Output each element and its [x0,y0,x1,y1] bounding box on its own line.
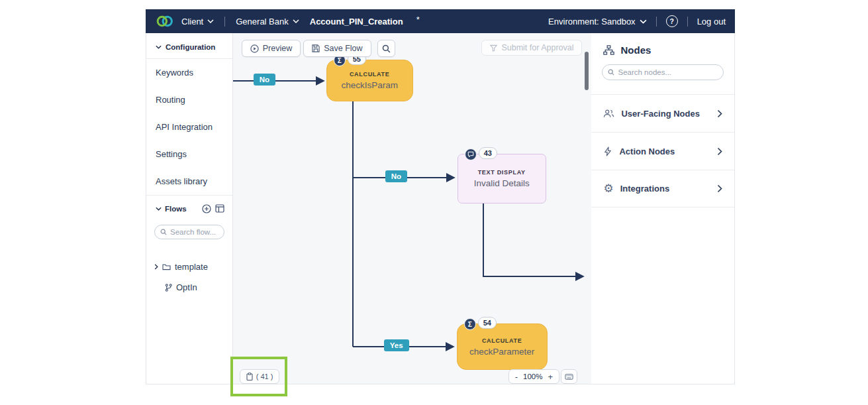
node-type-label: TEXT DISPLAY [478,169,526,176]
sigma-icon: Σ [464,318,476,330]
flows-section-header[interactable]: Flows [146,196,232,219]
environment-label: Environment: Sandbox [548,17,636,27]
divider [687,17,688,27]
left-sidebar: Configuration Keywords Routing API Integ… [146,33,233,384]
configuration-section-header[interactable]: Configuration [146,33,232,58]
node-name-label: checkIsParam [341,80,398,90]
nodes-panel-title: Nodes [620,44,651,56]
edge-label-no[interactable]: No [385,170,407,182]
edge-label-yes[interactable]: Yes [384,339,409,351]
chevron-down-icon [156,207,162,211]
node-name-label: Invalid Details [474,178,530,188]
workspace-label: General Bank [236,17,289,27]
zoom-in-button[interactable]: + [548,372,553,382]
chat-bubble-icon [465,148,477,160]
nodes-panel: Nodes User-Facing Nodes [591,33,734,384]
sitemap-icon [603,45,614,55]
chevron-right-icon [154,264,158,270]
keyboard-icon [565,374,573,380]
flow-item-optin[interactable]: OptIn [146,277,232,298]
question-mark-icon: ? [669,17,673,25]
section-integrations[interactable]: ⚙ Integrations [591,170,734,207]
chevron-down-icon [640,19,647,24]
sidebar-item-keywords[interactable]: Keywords [146,59,232,86]
edge-label-no[interactable]: No [254,74,275,86]
chevron-right-icon [717,109,722,118]
flow-node-checkisparam[interactable]: Σ 55 CALCULATE checkIsParam [326,60,413,101]
help-button[interactable]: ? [666,15,678,27]
chevron-right-icon [717,184,722,193]
canvas-toolbar: Preview Save Flow [242,40,395,57]
node-name-label: checkParameter [469,347,534,357]
nodes-search-box [602,64,724,80]
clipboard-icon [246,373,253,380]
save-icon [312,44,320,52]
flow-branch-icon [165,284,172,292]
logout-button[interactable]: Log out [697,17,726,27]
folder-item-template[interactable]: template [146,257,232,277]
canvas-search-button[interactable] [377,40,395,57]
divider [656,17,657,27]
zoom-out-button[interactable]: - [515,372,518,382]
search-icon [160,229,167,235]
chevron-right-icon [717,147,722,156]
play-circle-icon [250,44,259,53]
workspace-dropdown[interactable]: General Bank [236,17,299,27]
users-icon [603,109,614,118]
client-dropdown[interactable]: Client [181,17,214,27]
environment-dropdown[interactable]: Environment: Sandbox [548,17,647,27]
add-flow-button[interactable] [202,204,211,213]
save-flow-button[interactable]: Save Flow [303,40,371,57]
navbar-right: Environment: Sandbox ? Log out [548,15,726,27]
flow-node-invalid-details[interactable]: 43 TEXT DISPLAY Invalid Details [458,154,546,203]
keyboard-shortcuts-button[interactable] [561,369,577,384]
flow-canvas[interactable]: Preview Save Flow [233,33,592,384]
search-icon [608,69,614,76]
flow-node-checkparameter[interactable]: Σ 54 CALCULATE checkParameter [457,323,548,370]
section-user-facing-nodes[interactable]: User-Facing Nodes [591,94,734,132]
clipboard-counter-button[interactable]: ( 41 ) [240,369,280,384]
search-icon [382,44,391,53]
unsaved-indicator: * [416,15,420,25]
sidebar-item-settings[interactable]: Settings [146,141,232,168]
submit-for-approval-button[interactable]: Submit for Approval [481,40,582,56]
sidebar-item-routing[interactable]: Routing [146,86,232,113]
flow-search-box [154,225,224,239]
chevron-down-icon [207,19,214,23]
flow-title: Account_PIN_Creation [310,17,403,27]
zoom-level: 100% [523,373,542,380]
client-label: Client [181,17,203,27]
divider [224,17,225,27]
chevron-down-icon [156,45,162,49]
flows-board-icon[interactable] [215,204,224,213]
flow-search-input[interactable] [170,228,218,236]
app-window: Client General Bank Account_PIN_Creation… [146,9,735,384]
gear-icon: ⚙ [603,183,613,194]
nodes-panel-header: Nodes [591,33,734,56]
node-count-badge: 43 [479,147,497,159]
navbar-left: Client General Bank Account_PIN_Creation… [155,15,420,28]
zoom-controls: - 100% + [508,369,559,384]
node-type-label: CALCULATE [350,71,390,78]
sidebar-item-assets-library[interactable]: Assets library [146,168,232,195]
funnel-icon [490,44,497,52]
preview-button[interactable]: Preview [242,40,301,57]
node-type-label: CALCULATE [482,337,522,344]
folder-icon [162,263,171,270]
canvas-scrollbar-thumb[interactable] [585,52,589,90]
chevron-down-icon [293,19,299,23]
section-action-nodes[interactable]: Action Nodes [591,132,734,170]
nodes-search-input[interactable] [618,68,718,76]
lightning-icon [603,146,612,156]
node-count-badge: 54 [478,317,497,329]
sidebar-item-api-integration[interactable]: API Integration [146,113,232,141]
brand-logo-icon [155,15,175,28]
top-navbar: Client General Bank Account_PIN_Creation… [146,9,735,33]
